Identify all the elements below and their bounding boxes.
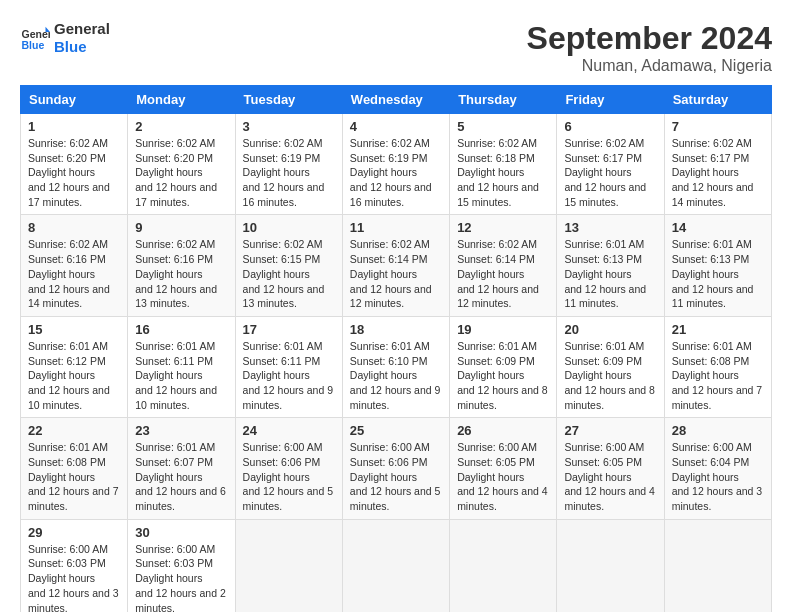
day-number: 17 <box>243 322 335 337</box>
day-number: 8 <box>28 220 120 235</box>
day-cell: 4 Sunrise: 6:02 AMSunset: 6:19 PMDayligh… <box>342 114 449 215</box>
calendar-header: SundayMondayTuesdayWednesdayThursdayFrid… <box>21 86 772 114</box>
day-info: Sunrise: 6:02 AMSunset: 6:19 PMDaylight … <box>243 136 335 209</box>
day-info: Sunrise: 6:01 AMSunset: 6:13 PMDaylight … <box>564 237 656 310</box>
day-number: 11 <box>350 220 442 235</box>
day-number: 10 <box>243 220 335 235</box>
header-monday: Monday <box>128 86 235 114</box>
day-number: 22 <box>28 423 120 438</box>
day-number: 20 <box>564 322 656 337</box>
day-info: Sunrise: 6:01 AMSunset: 6:09 PMDaylight … <box>457 339 549 412</box>
day-cell: 9 Sunrise: 6:02 AMSunset: 6:16 PMDayligh… <box>128 215 235 316</box>
day-cell <box>664 519 771 612</box>
day-cell: 27 Sunrise: 6:00 AMSunset: 6:05 PMDaylig… <box>557 418 664 519</box>
header-wednesday: Wednesday <box>342 86 449 114</box>
day-cell <box>450 519 557 612</box>
title-block: September 2024 Numan, Adamawa, Nigeria <box>527 20 772 75</box>
day-info: Sunrise: 6:02 AMSunset: 6:19 PMDaylight … <box>350 136 442 209</box>
day-info: Sunrise: 6:00 AMSunset: 6:04 PMDaylight … <box>672 440 764 513</box>
day-number: 7 <box>672 119 764 134</box>
day-cell: 1 Sunrise: 6:02 AMSunset: 6:20 PMDayligh… <box>21 114 128 215</box>
day-cell: 21 Sunrise: 6:01 AMSunset: 6:08 PMDaylig… <box>664 316 771 417</box>
day-cell: 25 Sunrise: 6:00 AMSunset: 6:06 PMDaylig… <box>342 418 449 519</box>
day-info: Sunrise: 6:00 AMSunset: 6:03 PMDaylight … <box>28 542 120 612</box>
day-info: Sunrise: 6:00 AMSunset: 6:06 PMDaylight … <box>350 440 442 513</box>
day-number: 19 <box>457 322 549 337</box>
day-cell: 23 Sunrise: 6:01 AMSunset: 6:07 PMDaylig… <box>128 418 235 519</box>
day-number: 26 <box>457 423 549 438</box>
week-row-2: 8 Sunrise: 6:02 AMSunset: 6:16 PMDayligh… <box>21 215 772 316</box>
day-number: 12 <box>457 220 549 235</box>
day-info: Sunrise: 6:00 AMSunset: 6:06 PMDaylight … <box>243 440 335 513</box>
calendar-title: September 2024 <box>527 20 772 57</box>
week-row-5: 29 Sunrise: 6:00 AMSunset: 6:03 PMDaylig… <box>21 519 772 612</box>
day-cell <box>557 519 664 612</box>
day-cell: 28 Sunrise: 6:00 AMSunset: 6:04 PMDaylig… <box>664 418 771 519</box>
day-cell: 17 Sunrise: 6:01 AMSunset: 6:11 PMDaylig… <box>235 316 342 417</box>
day-cell: 19 Sunrise: 6:01 AMSunset: 6:09 PMDaylig… <box>450 316 557 417</box>
day-number: 1 <box>28 119 120 134</box>
day-info: Sunrise: 6:02 AMSunset: 6:14 PMDaylight … <box>457 237 549 310</box>
day-info: Sunrise: 6:02 AMSunset: 6:17 PMDaylight … <box>672 136 764 209</box>
day-cell <box>235 519 342 612</box>
week-row-1: 1 Sunrise: 6:02 AMSunset: 6:20 PMDayligh… <box>21 114 772 215</box>
calendar-body: 1 Sunrise: 6:02 AMSunset: 6:20 PMDayligh… <box>21 114 772 613</box>
day-info: Sunrise: 6:01 AMSunset: 6:10 PMDaylight … <box>350 339 442 412</box>
day-info: Sunrise: 6:02 AMSunset: 6:20 PMDaylight … <box>135 136 227 209</box>
day-info: Sunrise: 6:01 AMSunset: 6:11 PMDaylight … <box>135 339 227 412</box>
day-number: 25 <box>350 423 442 438</box>
day-cell: 30 Sunrise: 6:00 AMSunset: 6:03 PMDaylig… <box>128 519 235 612</box>
svg-text:Blue: Blue <box>22 39 45 51</box>
day-number: 4 <box>350 119 442 134</box>
day-info: Sunrise: 6:02 AMSunset: 6:16 PMDaylight … <box>135 237 227 310</box>
day-number: 14 <box>672 220 764 235</box>
day-cell: 16 Sunrise: 6:01 AMSunset: 6:11 PMDaylig… <box>128 316 235 417</box>
day-cell: 15 Sunrise: 6:01 AMSunset: 6:12 PMDaylig… <box>21 316 128 417</box>
day-info: Sunrise: 6:02 AMSunset: 6:20 PMDaylight … <box>28 136 120 209</box>
day-info: Sunrise: 6:01 AMSunset: 6:08 PMDaylight … <box>28 440 120 513</box>
day-info: Sunrise: 6:02 AMSunset: 6:16 PMDaylight … <box>28 237 120 310</box>
header-saturday: Saturday <box>664 86 771 114</box>
day-number: 15 <box>28 322 120 337</box>
day-info: Sunrise: 6:02 AMSunset: 6:18 PMDaylight … <box>457 136 549 209</box>
header-friday: Friday <box>557 86 664 114</box>
day-info: Sunrise: 6:02 AMSunset: 6:15 PMDaylight … <box>243 237 335 310</box>
day-number: 13 <box>564 220 656 235</box>
day-number: 16 <box>135 322 227 337</box>
day-number: 18 <box>350 322 442 337</box>
day-number: 30 <box>135 525 227 540</box>
calendar-table: SundayMondayTuesdayWednesdayThursdayFrid… <box>20 85 772 612</box>
day-info: Sunrise: 6:01 AMSunset: 6:11 PMDaylight … <box>243 339 335 412</box>
day-cell: 5 Sunrise: 6:02 AMSunset: 6:18 PMDayligh… <box>450 114 557 215</box>
day-cell: 13 Sunrise: 6:01 AMSunset: 6:13 PMDaylig… <box>557 215 664 316</box>
day-cell: 14 Sunrise: 6:01 AMSunset: 6:13 PMDaylig… <box>664 215 771 316</box>
day-number: 27 <box>564 423 656 438</box>
day-cell: 2 Sunrise: 6:02 AMSunset: 6:20 PMDayligh… <box>128 114 235 215</box>
day-number: 24 <box>243 423 335 438</box>
day-info: Sunrise: 6:01 AMSunset: 6:13 PMDaylight … <box>672 237 764 310</box>
day-info: Sunrise: 6:01 AMSunset: 6:07 PMDaylight … <box>135 440 227 513</box>
day-info: Sunrise: 6:01 AMSunset: 6:12 PMDaylight … <box>28 339 120 412</box>
logo-line1: General <box>54 20 110 38</box>
day-cell: 26 Sunrise: 6:00 AMSunset: 6:05 PMDaylig… <box>450 418 557 519</box>
day-cell: 11 Sunrise: 6:02 AMSunset: 6:14 PMDaylig… <box>342 215 449 316</box>
page-header: General Blue General Blue September 2024… <box>20 20 772 75</box>
day-info: Sunrise: 6:02 AMSunset: 6:14 PMDaylight … <box>350 237 442 310</box>
logo: General Blue General Blue <box>20 20 110 56</box>
calendar-subtitle: Numan, Adamawa, Nigeria <box>527 57 772 75</box>
day-info: Sunrise: 6:00 AMSunset: 6:05 PMDaylight … <box>564 440 656 513</box>
day-cell: 29 Sunrise: 6:00 AMSunset: 6:03 PMDaylig… <box>21 519 128 612</box>
day-number: 3 <box>243 119 335 134</box>
week-row-3: 15 Sunrise: 6:01 AMSunset: 6:12 PMDaylig… <box>21 316 772 417</box>
header-tuesday: Tuesday <box>235 86 342 114</box>
day-number: 21 <box>672 322 764 337</box>
day-number: 6 <box>564 119 656 134</box>
day-number: 23 <box>135 423 227 438</box>
day-info: Sunrise: 6:00 AMSunset: 6:05 PMDaylight … <box>457 440 549 513</box>
day-cell <box>342 519 449 612</box>
day-cell: 12 Sunrise: 6:02 AMSunset: 6:14 PMDaylig… <box>450 215 557 316</box>
day-number: 29 <box>28 525 120 540</box>
day-cell: 7 Sunrise: 6:02 AMSunset: 6:17 PMDayligh… <box>664 114 771 215</box>
day-cell: 10 Sunrise: 6:02 AMSunset: 6:15 PMDaylig… <box>235 215 342 316</box>
day-cell: 24 Sunrise: 6:00 AMSunset: 6:06 PMDaylig… <box>235 418 342 519</box>
